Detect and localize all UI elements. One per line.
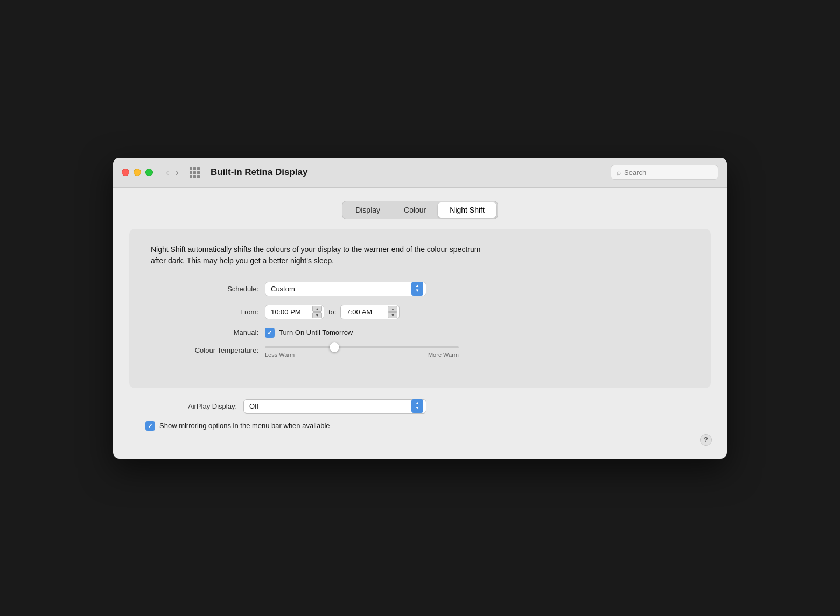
airplay-select[interactable]: Off AirPlay Display [243, 399, 426, 414]
from-time-wrapper: ▲ ▼ [265, 305, 324, 319]
from-label: From: [151, 308, 258, 316]
window-title: Built-in Retina Display [211, 167, 604, 178]
airplay-row: AirPlay Display: Off AirPlay Display ▲ ▼ [145, 399, 695, 414]
schedule-row: Schedule: Off Sunset to Sunrise Custom ▲… [151, 282, 689, 296]
nav-arrows: ‹ › [164, 166, 181, 178]
mirroring-checkmark-icon: ✓ [148, 422, 153, 430]
manual-checkbox[interactable]: ✓ [265, 328, 275, 338]
airplay-label: AirPlay Display: [145, 402, 237, 410]
manual-checkbox-label: Turn On Until Tomorrow [279, 328, 353, 337]
tab-display[interactable]: Display [344, 202, 392, 218]
maximize-button[interactable] [145, 169, 153, 176]
airplay-select-wrapper: Off AirPlay Display ▲ ▼ [243, 399, 426, 414]
night-shift-panel: Night Shift automatically shifts the col… [129, 229, 711, 388]
to-time-down-button[interactable]: ▼ [388, 312, 397, 318]
temperature-label: Colour Temperature: [151, 346, 258, 354]
help-button[interactable]: ? [700, 434, 712, 446]
manual-row: Manual: ✓ Turn On Until Tomorrow [151, 328, 689, 338]
less-warm-label: Less Warm [265, 352, 295, 358]
temperature-slider[interactable] [265, 346, 459, 348]
schedule-select-wrapper: Off Sunset to Sunrise Custom ▲ ▼ [265, 282, 426, 296]
time-inputs: ▲ ▼ to: ▲ ▼ [265, 305, 400, 319]
search-input[interactable] [624, 169, 712, 177]
content-area: Display Colour Night Shift Night Shift a… [113, 188, 727, 459]
temperature-slider-container: Less Warm More Warm [265, 346, 459, 358]
from-time-stepper: ▲ ▼ [312, 306, 322, 318]
manual-checkbox-row: ✓ Turn On Until Tomorrow [265, 328, 353, 338]
tabs: Display Colour Night Shift [342, 201, 498, 219]
tab-bar: Display Colour Night Shift [129, 201, 711, 219]
from-time-up-button[interactable]: ▲ [312, 306, 322, 312]
search-icon: ⌕ [617, 168, 621, 177]
night-shift-description: Night Shift automatically shifts the col… [151, 244, 495, 267]
temperature-row: Colour Temperature: Less Warm More Warm [151, 346, 689, 358]
traffic-lights [122, 169, 153, 176]
to-time-wrapper: ▲ ▼ [340, 305, 400, 319]
slider-labels: Less Warm More Warm [265, 352, 459, 358]
to-time-up-button[interactable]: ▲ [388, 306, 397, 312]
checkmark-icon: ✓ [267, 329, 272, 337]
manual-label: Manual: [151, 328, 258, 337]
grid-icon[interactable] [190, 167, 200, 178]
mirroring-label: Show mirroring options in the menu bar w… [159, 422, 330, 430]
bottom-section: AirPlay Display: Off AirPlay Display ▲ ▼ [129, 399, 711, 444]
to-time-stepper: ▲ ▼ [388, 306, 397, 318]
close-button[interactable] [122, 169, 129, 176]
schedule-select[interactable]: Off Sunset to Sunrise Custom [265, 282, 426, 296]
mirroring-checkbox[interactable]: ✓ [145, 421, 155, 431]
forward-button[interactable]: › [173, 166, 181, 178]
to-label: to: [328, 308, 336, 316]
mirroring-row: ✓ Show mirroring options in the menu bar… [145, 421, 695, 431]
tab-night-shift[interactable]: Night Shift [438, 202, 496, 218]
search-box[interactable]: ⌕ [611, 165, 718, 180]
tab-colour[interactable]: Colour [392, 202, 438, 218]
titlebar: ‹ › Built-in Retina Display ⌕ [113, 158, 727, 188]
schedule-label: Schedule: [151, 285, 258, 293]
time-row: From: ▲ ▼ to: ▲ [151, 305, 689, 319]
minimize-button[interactable] [134, 169, 141, 176]
more-warm-label: More Warm [428, 352, 459, 358]
from-time-down-button[interactable]: ▼ [312, 312, 322, 318]
back-button[interactable]: ‹ [164, 166, 171, 178]
